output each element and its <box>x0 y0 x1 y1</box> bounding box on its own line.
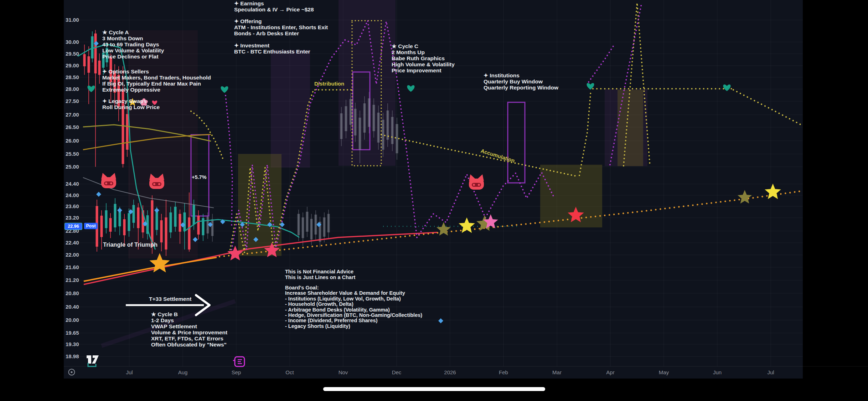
price-label: 18.98 <box>66 353 79 359</box>
candle-body <box>327 214 330 232</box>
annotation-line: Quarterly Buy Window <box>484 78 558 84</box>
star-icon[interactable] <box>765 184 781 199</box>
annotation-line: ✦ Investment <box>234 42 310 48</box>
candle-body <box>382 120 384 150</box>
candle-body <box>165 217 167 250</box>
annotation-line: +5.7% <box>192 174 207 180</box>
candle-body <box>354 109 357 135</box>
annotation-line: Triangle of Triumph <box>103 242 157 248</box>
candle-body <box>94 34 97 73</box>
candle-body <box>184 212 186 231</box>
price-label: 23.60 <box>66 203 79 209</box>
annotation-line: - Legacy Shorts (Liquidity) <box>285 324 422 329</box>
heart-icon[interactable] <box>407 85 414 92</box>
price-label: 21.60 <box>66 264 79 270</box>
annotation-t33-settlement[interactable]: T+33 Settlement <box>149 296 191 302</box>
purple-outline-feb-box[interactable] <box>508 102 525 183</box>
annotation-line: Volume & Price Improvement <box>151 329 227 335</box>
candle-body <box>298 214 300 235</box>
olive-box-may-box <box>618 90 643 166</box>
annotation-institutions[interactable]: ✦ InstitutionsQuarterly Buy WindowQuarte… <box>484 72 558 91</box>
candle-body <box>188 217 191 250</box>
price-label: 25.00 <box>66 164 79 170</box>
annotation-line: This is Just Lines on a Chart <box>285 275 355 281</box>
annotation-investment[interactable]: ✦ InvestmentBTC - BTC Enthusiasts Enter <box>234 42 310 55</box>
annotation-line: VWAP Settlement <box>151 323 227 329</box>
candle-body <box>91 36 94 58</box>
annotation-cycle-c[interactable]: ★ Cycle C2 Months UpBabe Ruth GraphicsHi… <box>392 43 455 73</box>
annotation-offering[interactable]: ✦ OfferingATM - Institutions Enter, Shor… <box>234 18 328 36</box>
candle-body <box>359 118 361 150</box>
heart-icon[interactable] <box>221 86 228 93</box>
candle-body <box>114 204 117 227</box>
annotation-options-sellers[interactable]: ✦ Options SellersMarket Makers, Bond Tra… <box>102 68 211 93</box>
annotation-line: Roll During Low Price <box>102 104 160 110</box>
candle-body <box>83 54 86 66</box>
cat-eye-icon <box>478 184 480 186</box>
star-icon[interactable] <box>738 190 752 204</box>
month-label: Sep <box>232 369 241 375</box>
candle-body <box>302 217 304 238</box>
annotation-line: XRT, ETF, FTDs, CAT Errors <box>151 335 227 341</box>
heart-icon[interactable] <box>723 84 730 91</box>
annotation-line: ★ Cycle C <box>392 43 455 49</box>
star-icon[interactable] <box>436 222 451 236</box>
diamond-icon[interactable] <box>117 208 122 213</box>
cat-eye-icon <box>105 182 107 185</box>
annotation-gain-label[interactable]: +5.7% <box>192 174 207 180</box>
cat-eye-icon <box>473 184 475 186</box>
annotation-triangle-of-triumph[interactable]: Triangle of Triumph <box>103 242 157 248</box>
price-label: 28.50 <box>66 74 79 80</box>
purple-haze-nov-box <box>339 0 396 166</box>
price-label: 31.00 <box>66 17 79 23</box>
tradingview-logo-icon[interactable] <box>87 355 91 364</box>
month-label: Jul <box>126 369 133 375</box>
price-label: 19.65 <box>66 330 79 336</box>
tradingview-logo-icon[interactable] <box>92 355 99 364</box>
month-label: Mar <box>552 369 562 375</box>
candle-body <box>88 56 90 73</box>
price-label: 24.40 <box>66 181 79 187</box>
annotation-line: Quarterly Reporting Window <box>484 84 558 91</box>
annotation-line: 1-2 Days <box>151 317 227 323</box>
price-label: 29.00 <box>66 62 79 68</box>
candle-body <box>368 98 371 127</box>
candle-body <box>174 207 177 227</box>
candle-body <box>126 114 129 150</box>
app-screen: ★ Cycle A3 Months Down43 to 69 Trading D… <box>0 0 868 401</box>
annotation-not-financial-advice[interactable]: This is Not Financial AdviceThis is Just… <box>285 269 355 281</box>
candle-body <box>310 219 313 240</box>
diamond-icon[interactable] <box>438 318 443 323</box>
annotation-line: ★ Cycle A <box>102 29 164 35</box>
last-price-tag: 22.96 <box>64 223 82 230</box>
price-label: 23.20 <box>66 215 79 221</box>
candle-body <box>179 214 181 232</box>
candle-body <box>350 99 352 125</box>
month-label: 2026 <box>444 369 456 375</box>
annotation-line: Speculation & IV → Price ~$28 <box>234 6 314 12</box>
price-label: 29.50 <box>66 51 79 57</box>
annotation-line: T+33 Settlement <box>149 296 191 302</box>
annotation-earnings[interactable]: ✦ EarningsSpeculation & IV → Price ~$28 <box>234 0 314 12</box>
annotation-line: - Arbitrage Bond Desks (Volatility, Gamm… <box>285 307 422 313</box>
price-label: 26.00 <box>66 138 79 144</box>
annotation-cycle-a[interactable]: ★ Cycle A3 Months Down43 to 69 Trading D… <box>102 29 164 60</box>
price-label: 27.50 <box>66 98 79 104</box>
annotation-boards-goal[interactable]: Board's Goal:Increase Shareholder Value … <box>285 285 422 329</box>
annotation-distribution[interactable]: Distribution <box>314 81 344 87</box>
candle-body <box>197 216 200 235</box>
diamond-icon[interactable] <box>96 192 101 197</box>
purple-apr-rise-line <box>589 46 614 82</box>
annotation-line: - Hedge, Diversification (BTC, Non-Gamin… <box>285 313 422 318</box>
price-label: 27.00 <box>66 112 79 118</box>
annotation-legacy-swaps[interactable]: ✦ Legacy SwapsRoll During Low Price <box>102 98 160 110</box>
annotation-line: Price Declines or Flat <box>102 53 164 60</box>
candle-body <box>306 212 309 232</box>
candle-body <box>363 103 366 133</box>
annotation-line: Often Obfuscated by "News" <box>151 341 227 348</box>
purple-haze-oct-box <box>271 50 310 168</box>
price-label: 25.50 <box>66 151 79 157</box>
candle-body <box>119 211 121 226</box>
annotation-cycle-b[interactable]: ★ Cycle B1-2 DaysVWAP SettlementVolume &… <box>151 311 227 348</box>
candle-body <box>193 205 195 225</box>
